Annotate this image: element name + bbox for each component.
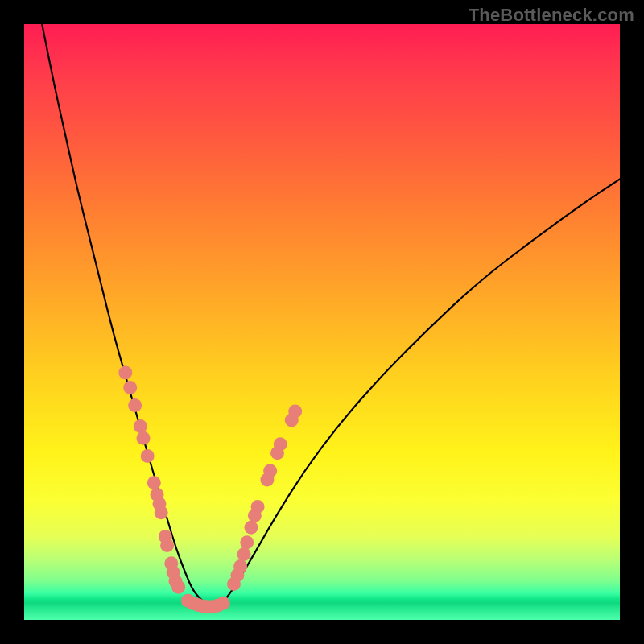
data-dot xyxy=(147,476,161,489)
data-dot xyxy=(263,464,277,478)
data-dot xyxy=(171,580,185,594)
data-dot xyxy=(123,381,137,394)
watermark-text: TheBottleneck.com xyxy=(469,5,634,26)
data-dot xyxy=(288,405,302,419)
data-dot xyxy=(160,539,174,552)
data-dot xyxy=(155,506,168,519)
data-dot xyxy=(244,521,258,535)
data-dot xyxy=(237,547,251,561)
data-dot xyxy=(118,365,132,379)
data-dot xyxy=(134,419,147,433)
data-dot xyxy=(251,500,265,514)
data-dot xyxy=(217,597,230,610)
data-dot xyxy=(137,431,151,445)
plot-area xyxy=(24,24,620,620)
chart-svg xyxy=(24,24,620,620)
data-dots xyxy=(118,365,302,613)
data-dot xyxy=(141,449,155,463)
bottleneck-curve xyxy=(42,24,620,605)
outer-frame: TheBottleneck.com xyxy=(0,0,644,644)
data-dot xyxy=(240,535,254,549)
data-dot xyxy=(274,437,287,451)
data-dot xyxy=(128,398,142,412)
data-dot xyxy=(233,559,247,573)
